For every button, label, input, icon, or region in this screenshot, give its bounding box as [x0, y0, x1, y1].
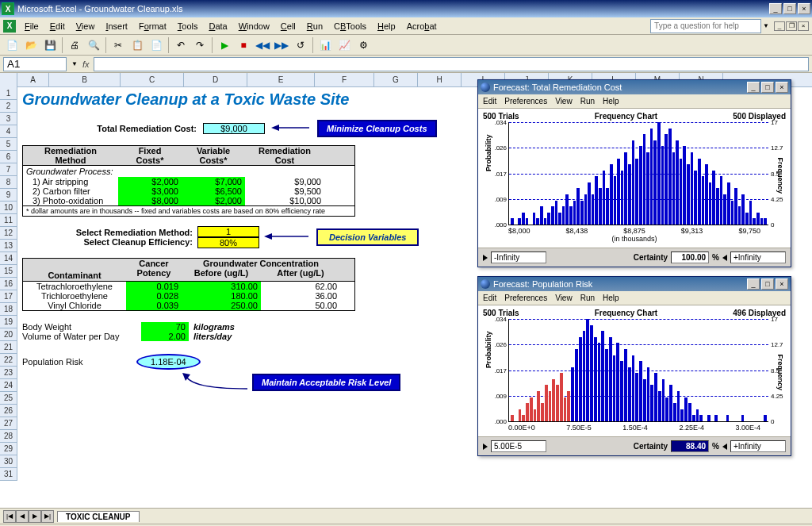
row-header[interactable]: 31: [0, 468, 17, 481]
fc-minimize-button[interactable]: _: [747, 278, 760, 290]
redo-icon[interactable]: ↷: [191, 36, 209, 54]
menu-run[interactable]: Run: [301, 20, 328, 33]
workbook-minimize-button[interactable]: _: [774, 21, 785, 31]
row-header[interactable]: 4: [0, 125, 17, 138]
paste-icon[interactable]: 📄: [147, 36, 165, 54]
row-header[interactable]: 26: [0, 405, 17, 417]
sheet-tab[interactable]: TOXIC CLEANUP: [57, 511, 140, 522]
fc-maximize-button[interactable]: □: [761, 278, 774, 290]
name-box[interactable]: [3, 57, 67, 71]
print-icon[interactable]: 🖨: [66, 36, 83, 54]
row-header[interactable]: 17: [0, 290, 17, 303]
undo-icon[interactable]: ↶: [172, 36, 190, 54]
close-button[interactable]: ×: [798, 3, 810, 14]
menu-view[interactable]: View: [71, 20, 101, 33]
menu-cbtools[interactable]: CBTools: [328, 20, 372, 33]
fc-menu-view[interactable]: View: [555, 97, 573, 106]
stop-icon[interactable]: ■: [235, 36, 252, 54]
row-header[interactable]: 27: [0, 417, 17, 430]
preview-icon[interactable]: 🔍: [85, 36, 102, 54]
row-header[interactable]: 13: [0, 240, 17, 252]
copy-icon[interactable]: 📋: [128, 36, 146, 54]
row-header[interactable]: 1: [0, 87, 17, 100]
tab-first-button[interactable]: |◀: [3, 510, 16, 523]
row-header[interactable]: 30: [0, 455, 17, 468]
fc-menu-prefs[interactable]: Preferences: [504, 294, 547, 302]
step-back-icon[interactable]: ◀◀: [254, 36, 271, 54]
tab-last-button[interactable]: ▶|: [41, 510, 54, 523]
fc-menu-run[interactable]: Run: [580, 97, 595, 106]
menu-tools[interactable]: Tools: [172, 20, 204, 33]
row-header[interactable]: 6: [0, 151, 17, 163]
new-icon[interactable]: 📄: [3, 36, 21, 54]
col-header[interactable]: H: [418, 73, 462, 87]
select-all-corner[interactable]: [0, 73, 17, 87]
help-search-input[interactable]: [650, 19, 761, 33]
menu-cell[interactable]: Cell: [275, 20, 301, 33]
row-header[interactable]: 5: [0, 138, 17, 151]
settings-icon[interactable]: ⚙: [354, 36, 372, 54]
run-icon[interactable]: ▶: [216, 36, 233, 54]
menu-file[interactable]: File: [19, 20, 44, 33]
range-hi-input[interactable]: [730, 440, 786, 452]
menu-data[interactable]: Data: [203, 20, 232, 33]
cut-icon[interactable]: ✂: [109, 36, 127, 54]
col-header[interactable]: A: [17, 73, 49, 87]
namebox-dropdown-icon[interactable]: ▼: [71, 60, 78, 67]
forecast-titlebar[interactable]: Forecast: Total Remediation Cost _□×: [478, 80, 791, 94]
row-header[interactable]: 10: [0, 202, 17, 214]
col-header[interactable]: E: [247, 73, 315, 87]
step-fwd-icon[interactable]: ▶▶: [273, 36, 290, 54]
row-header[interactable]: 23: [0, 367, 17, 379]
menu-help[interactable]: Help: [372, 20, 401, 33]
row-header[interactable]: 12: [0, 227, 17, 240]
range-right-handle[interactable]: [722, 443, 727, 450]
col-header[interactable]: F: [315, 73, 374, 87]
menu-edit[interactable]: Edit: [44, 20, 71, 33]
col-header[interactable]: D: [184, 73, 247, 87]
workbook-close-button[interactable]: ×: [798, 21, 809, 31]
row-header[interactable]: 2: [0, 100, 17, 113]
row-header[interactable]: 3: [0, 113, 17, 125]
range-left-handle[interactable]: [483, 443, 488, 450]
workbook-restore-button[interactable]: ❐: [786, 21, 797, 31]
row-header[interactable]: 19: [0, 316, 17, 328]
fc-menu-run[interactable]: Run: [580, 294, 595, 302]
row-header[interactable]: 21: [0, 341, 17, 354]
row-header[interactable]: 25: [0, 392, 17, 405]
col-header[interactable]: B: [49, 73, 121, 87]
menu-window[interactable]: Window: [233, 20, 275, 33]
reset-icon[interactable]: ↺: [292, 36, 309, 54]
tab-prev-button[interactable]: ◀: [16, 510, 29, 523]
range-right-handle[interactable]: [722, 255, 727, 261]
fc-menu-help[interactable]: Help: [603, 97, 619, 106]
fc-maximize-button[interactable]: □: [761, 82, 774, 93]
row-header[interactable]: 28: [0, 430, 17, 443]
forecast-window-risk[interactable]: Forecast: Population Risk _□× Edit Prefe…: [477, 276, 791, 456]
col-header[interactable]: G: [374, 73, 418, 87]
certainty-input[interactable]: [671, 251, 709, 263]
tab-next-button[interactable]: ▶: [29, 510, 41, 523]
fc-menu-help[interactable]: Help: [603, 294, 619, 302]
range-lo-input[interactable]: [491, 251, 546, 263]
help-dropdown-icon[interactable]: ▼: [763, 22, 769, 29]
forecast-titlebar[interactable]: Forecast: Population Risk _□×: [478, 277, 791, 291]
fc-menu-prefs[interactable]: Preferences: [504, 97, 547, 106]
save-icon[interactable]: 💾: [41, 36, 59, 54]
menu-acrobat[interactable]: Acrobat: [401, 20, 442, 33]
minimize-button[interactable]: _: [769, 3, 782, 14]
open-icon[interactable]: 📂: [22, 36, 40, 54]
range-hi-input[interactable]: [730, 251, 786, 263]
row-header[interactable]: 29: [0, 443, 17, 455]
sel-method-value[interactable]: 1: [197, 226, 259, 237]
fc-menu-view[interactable]: View: [555, 294, 573, 302]
menu-insert[interactable]: Insert: [100, 20, 133, 33]
row-header[interactable]: 15: [0, 265, 17, 278]
row-header[interactable]: 14: [0, 252, 17, 265]
row-header[interactable]: 20: [0, 328, 17, 341]
row-header[interactable]: 11: [0, 214, 17, 227]
row-header[interactable]: 16: [0, 278, 17, 290]
forecast-window-cost[interactable]: Forecast: Total Remediation Cost _□× Edi…: [477, 79, 791, 267]
fx-label[interactable]: fx: [82, 60, 90, 69]
col-header[interactable]: C: [121, 73, 184, 87]
